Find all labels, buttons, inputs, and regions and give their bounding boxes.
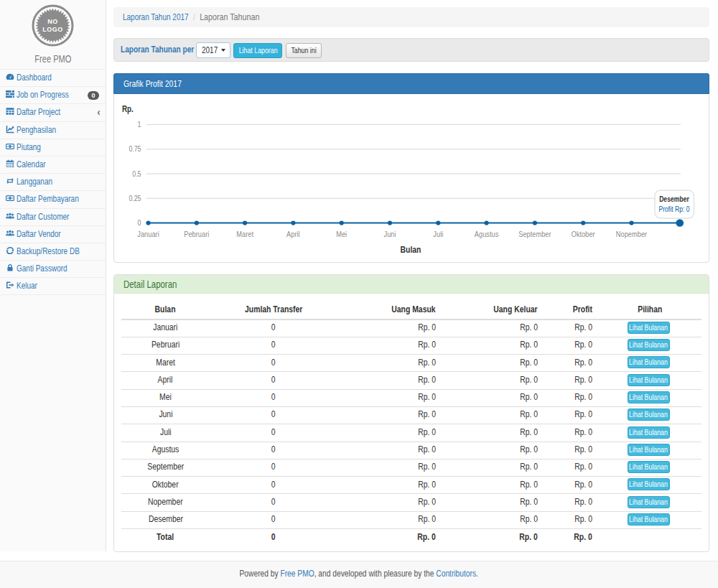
svg-text:Bulan: Bulan (401, 244, 421, 254)
svg-text:0.75: 0.75 (129, 144, 141, 153)
svg-text:Profit Rp: 0: Profit Rp: 0 (658, 205, 690, 213)
svg-text:Januari: Januari (137, 229, 159, 238)
svg-text:Desember: Desember (659, 195, 689, 203)
svg-text:Oktober: Oktober (572, 229, 595, 238)
svg-text:0: 0 (138, 218, 141, 227)
svg-text:Juni: Juni (383, 229, 396, 238)
svg-text:0.25: 0.25 (129, 194, 141, 202)
svg-text:Pebruari: Pebruari (184, 229, 209, 238)
svg-text:April: April (286, 229, 300, 238)
svg-text:LOGO: LOGO (42, 26, 63, 33)
svg-text:Agustus: Agustus (475, 229, 499, 238)
svg-text:0.5: 0.5 (132, 169, 141, 178)
svg-text:Mei: Mei (336, 229, 347, 238)
svg-text:Nopember: Nopember (616, 229, 648, 238)
svg-text:Juli: Juli (433, 229, 443, 238)
svg-text:NO: NO (47, 18, 58, 25)
svg-text:1: 1 (138, 120, 141, 129)
svg-text:Maret: Maret (236, 229, 253, 238)
svg-text:September: September (518, 229, 551, 238)
svg-text:Rp.: Rp. (122, 103, 134, 113)
